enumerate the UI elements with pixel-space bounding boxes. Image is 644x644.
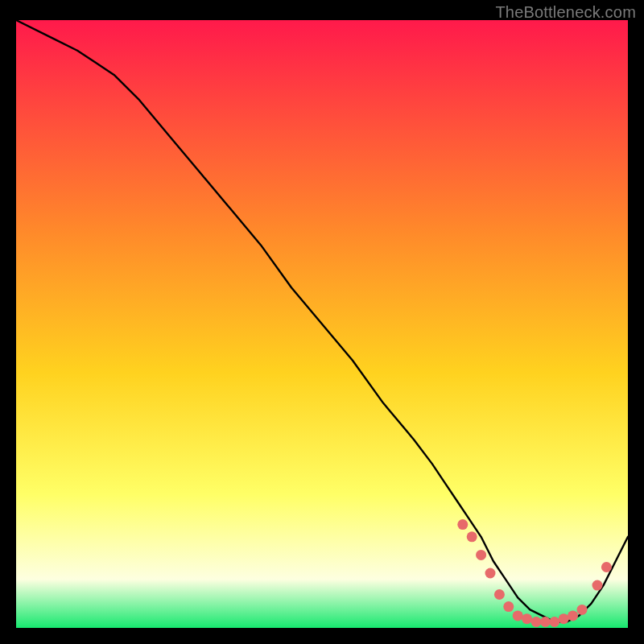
curve-marker bbox=[540, 617, 551, 627]
curve-marker bbox=[485, 568, 496, 579]
curve-marker bbox=[568, 610, 578, 621]
curve-marker bbox=[522, 613, 532, 624]
curve-marker bbox=[513, 610, 523, 621]
curve-marker bbox=[559, 613, 569, 624]
chart-svg bbox=[16, 20, 628, 628]
curve-marker bbox=[467, 531, 477, 542]
curve-marker bbox=[601, 562, 612, 572]
curve-marker bbox=[503, 601, 514, 612]
chart-canvas: TheBottleneck.com bbox=[0, 0, 644, 644]
curve-marker bbox=[531, 617, 542, 627]
curve-marker bbox=[476, 550, 486, 560]
curve-marker bbox=[494, 589, 505, 600]
attribution-label: TheBottleneck.com bbox=[495, 3, 636, 22]
curve-marker bbox=[457, 519, 468, 530]
curve-marker bbox=[592, 580, 603, 591]
curve-marker bbox=[577, 605, 588, 615]
plot-area bbox=[16, 20, 628, 628]
curve-marker bbox=[549, 617, 559, 627]
